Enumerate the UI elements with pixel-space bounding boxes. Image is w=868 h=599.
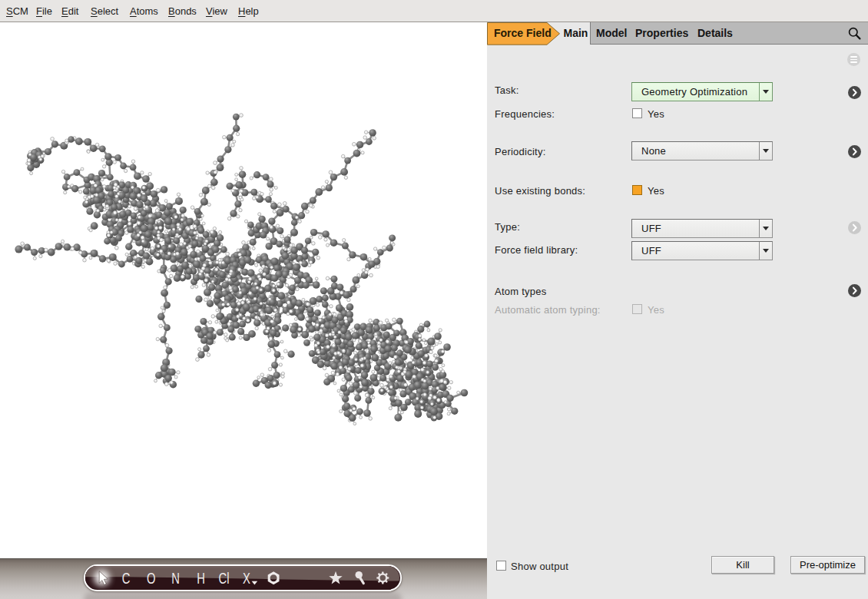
svg-text:X: X [243, 570, 250, 587]
svg-text:O: O [147, 570, 156, 587]
svg-text:C: C [122, 570, 131, 587]
svg-text:H: H [197, 570, 205, 587]
svg-text:N: N [171, 570, 180, 587]
svg-text:Cl: Cl [219, 570, 230, 587]
